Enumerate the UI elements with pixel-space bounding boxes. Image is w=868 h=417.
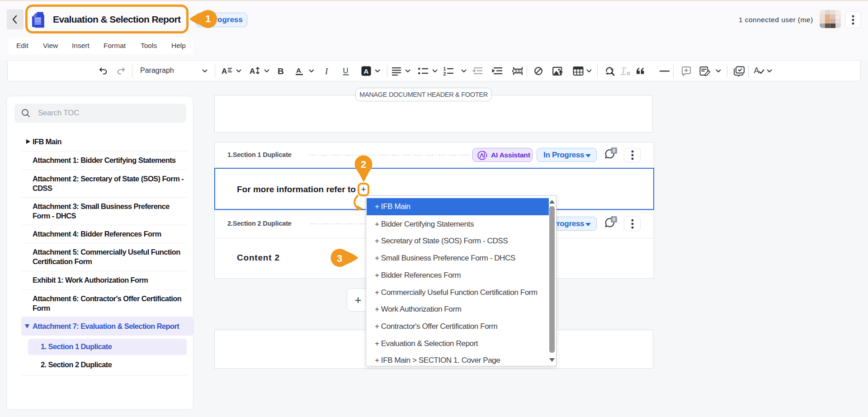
svg-text:2: 2: [443, 71, 446, 76]
svg-text:U: U: [343, 66, 349, 74]
svg-text:A: A: [222, 67, 227, 76]
svg-text:A: A: [250, 67, 255, 76]
svg-text:I: I: [325, 66, 329, 76]
svg-text:A: A: [296, 66, 301, 74]
svg-text:T: T: [621, 66, 627, 75]
svg-text:B: B: [278, 66, 284, 76]
svg-text:A: A: [364, 67, 369, 75]
svg-text:A: A: [754, 66, 760, 75]
